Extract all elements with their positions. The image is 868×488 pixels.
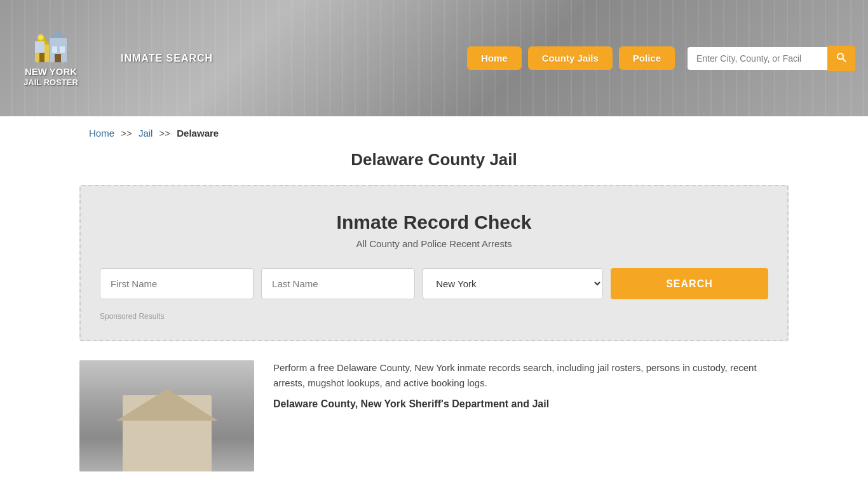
first-name-input[interactable] <box>100 268 254 299</box>
search-icon <box>836 52 846 62</box>
inmate-search-label: INMATE SEARCH <box>121 53 213 64</box>
content-area: Perform a free Delaware County, New York… <box>79 360 789 471</box>
nav-police-button[interactable]: Police <box>619 46 675 70</box>
main-nav: Home County Jails Police <box>467 46 675 70</box>
svg-rect-7 <box>60 46 65 53</box>
building-image <box>79 360 254 471</box>
breadcrumb-sep1: >> <box>121 128 132 139</box>
breadcrumb-current: Delaware <box>177 128 219 139</box>
breadcrumb-sep2: >> <box>159 128 171 139</box>
record-check-subtitle: All County and Police Recent Arrests <box>100 238 768 249</box>
record-check-title: Inmate Record Check <box>100 212 768 233</box>
header-search-button[interactable] <box>827 46 855 71</box>
header-search-input[interactable] <box>688 47 827 70</box>
header-search-area <box>688 46 855 71</box>
svg-rect-8 <box>55 54 61 62</box>
svg-marker-5 <box>50 31 67 38</box>
record-check-box: Inmate Record Check All County and Polic… <box>79 185 789 341</box>
breadcrumb: Home >> Jail >> Delaware <box>0 116 868 150</box>
content-subheading: Delaware County, New York Sheriff's Depa… <box>273 398 789 410</box>
svg-rect-3 <box>35 41 44 53</box>
sponsored-results-label: Sponsored Results <box>100 312 768 321</box>
logo-area: NEW YORK JAIL ROSTER <box>13 29 89 88</box>
inmate-search-button[interactable]: SEARCH <box>611 268 768 299</box>
svg-point-10 <box>39 36 43 39</box>
logo-text: NEW YORK JAIL ROSTER <box>24 66 78 88</box>
content-text: Perform a free Delaware County, New York… <box>273 360 789 410</box>
nav-county-jails-button[interactable]: County Jails <box>528 46 613 70</box>
svg-rect-6 <box>52 46 57 53</box>
inmate-search-form: AlabamaAlaskaArizonaArkansasCaliforniaCo… <box>100 268 768 299</box>
breadcrumb-jail-link[interactable]: Jail <box>139 128 153 139</box>
page-title: Delaware County Jail <box>0 150 868 170</box>
last-name-input[interactable] <box>261 268 415 299</box>
content-description: Perform a free Delaware County, New York… <box>273 360 789 391</box>
state-select[interactable]: AlabamaAlaskaArizonaArkansasCaliforniaCo… <box>423 268 603 299</box>
nav-home-button[interactable]: Home <box>467 46 522 70</box>
breadcrumb-home-link[interactable]: Home <box>89 128 114 139</box>
svg-line-12 <box>843 58 846 62</box>
svg-point-11 <box>837 53 843 59</box>
site-logo-icon <box>32 29 70 64</box>
site-header: NEW YORK JAIL ROSTER INMATE SEARCH Home … <box>0 0 868 116</box>
